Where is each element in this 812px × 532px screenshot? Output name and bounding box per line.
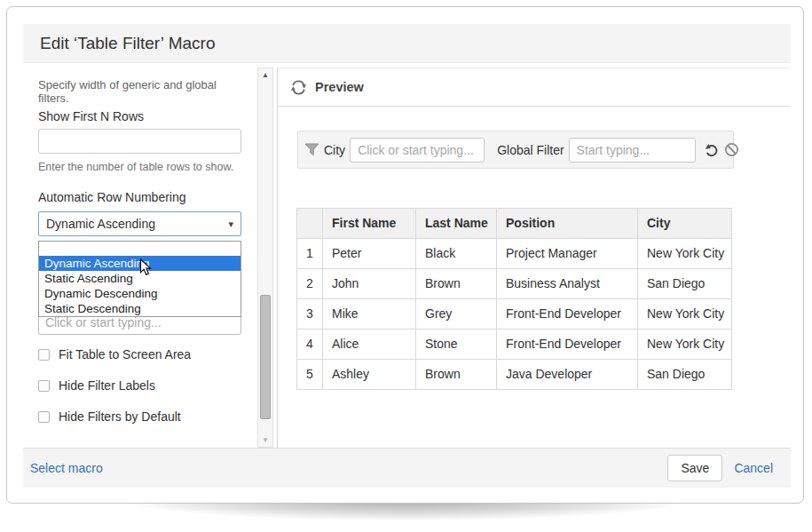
select-macro-link[interactable]: Select macro <box>30 461 103 475</box>
preview-header: Preview <box>278 68 791 107</box>
filter-funnel-icon <box>304 143 319 156</box>
global-filter-input[interactable] <box>569 138 696 163</box>
table-row: 2JohnBrownBusiness AnalystSan Diego <box>297 269 732 299</box>
table-row: 1PeterBlackProject ManagerNew York City <box>297 239 732 269</box>
global-filter-label: Global Filter <box>497 143 564 157</box>
preview-table: First NameLast NamePositionCity 1PeterBl… <box>296 208 732 390</box>
table-cell: Front-End Developer <box>497 299 638 330</box>
dialog-title: Edit ‘Table Filter’ Macro <box>40 34 215 53</box>
table-cell: San Diego <box>638 360 732 390</box>
table-cell: Ashley <box>323 360 416 390</box>
table-cell: Brown <box>416 360 497 390</box>
table-cell: Mike <box>323 299 416 330</box>
dropdown-option[interactable]: Static Descending <box>39 301 240 316</box>
table-cell: New York City <box>638 330 732 360</box>
dialog-body: Specify width of generic and global filt… <box>23 67 791 448</box>
table-header-cell[interactable] <box>297 209 323 239</box>
table-cell: Stone <box>416 330 497 360</box>
table-row: 3MikeGreyFront-End DeveloperNew York Cit… <box>297 299 732 330</box>
filter-width-help-text: Specify width of generic and global filt… <box>38 78 241 105</box>
preview-title: Preview <box>315 80 364 94</box>
edit-macro-dialog: Edit ‘Table Filter’ Macro Specify width … <box>23 24 791 488</box>
dialog-header: Edit ‘Table Filter’ Macro <box>23 24 791 63</box>
show-first-n-rows-help: Enter the number of table rows to show. <box>38 161 241 173</box>
checkbox-hide-filter-labels[interactable]: Hide Filter Labels <box>38 379 241 392</box>
row-number-cell: 2 <box>297 269 323 299</box>
show-first-n-rows-label: Show First N Rows <box>38 109 241 123</box>
table-header-cell[interactable]: Position <box>497 209 638 239</box>
table-cell: Project Manager <box>497 239 638 269</box>
scrollbar-thumb[interactable] <box>260 295 271 419</box>
row-numbering-label: Automatic Row Numbering <box>38 190 241 204</box>
preview-panel: Preview City Global Filter <box>277 67 791 448</box>
checkbox-icon[interactable] <box>38 349 50 361</box>
row-number-cell: 4 <box>297 330 323 360</box>
scroll-up-icon[interactable]: ▲ <box>258 71 272 79</box>
dialog-footer: Select macro Save Cancel <box>23 448 791 488</box>
dropdown-option[interactable] <box>39 242 240 256</box>
checkbox-label: Hide Filters by Default <box>59 409 181 424</box>
clear-filters-icon[interactable] <box>724 142 739 157</box>
show-first-n-rows-input[interactable] <box>38 129 241 154</box>
checkbox-icon[interactable] <box>38 380 50 392</box>
mouse-cursor-icon <box>139 258 153 281</box>
checkbox-fit-table-to-screen-area[interactable]: Fit Table to Screen Area <box>38 348 241 361</box>
row-number-cell: 1 <box>297 239 323 269</box>
dropdown-option[interactable]: Dynamic Descending <box>39 286 240 301</box>
table-header-cell[interactable]: Last Name <box>416 209 497 239</box>
row-number-cell: 3 <box>297 299 323 330</box>
row-numbering-select[interactable]: Dynamic Ascending ▾ <box>38 211 241 236</box>
table-row: 5AshleyBrownJava DeveloperSan Diego <box>297 360 732 390</box>
column-filter-label: City <box>324 143 345 157</box>
table-cell: Alice <box>323 330 416 360</box>
footer-actions: Save Cancel <box>667 455 773 481</box>
undo-icon[interactable] <box>705 143 720 157</box>
save-button[interactable]: Save <box>667 455 722 481</box>
checkbox-label: Hide Filter Labels <box>59 378 155 393</box>
table-cell: Java Developer <box>497 360 638 390</box>
screenshot-frame: Edit ‘Table Filter’ Macro Specify width … <box>6 6 804 504</box>
row-number-cell: 5 <box>297 360 323 390</box>
table-header-row: First NameLast NamePositionCity <box>297 209 732 239</box>
macro-settings-panel: Specify width of generic and global filt… <box>23 67 257 448</box>
checkbox-label: Fit Table to Screen Area <box>59 347 191 361</box>
table-cell: Business Analyst <box>497 269 638 299</box>
table-header-cell[interactable]: First Name <box>323 209 416 239</box>
checkbox-icon[interactable] <box>38 411 50 423</box>
table-cell: Grey <box>416 299 497 330</box>
cancel-link[interactable]: Cancel <box>734 461 773 475</box>
filter-bar: City Global Filter <box>297 131 734 169</box>
table-row: 4AliceStoneFront-End DeveloperNew York C… <box>297 330 732 360</box>
column-filter-input[interactable] <box>350 138 485 163</box>
row-numbering-selected-value: Dynamic Ascending <box>46 217 155 231</box>
table-cell: Brown <box>416 269 497 299</box>
table-cell: John <box>323 269 416 299</box>
table-cell: Black <box>416 239 497 269</box>
chevron-down-icon: ▾ <box>228 219 233 229</box>
sidebar-scrollbar[interactable]: ▲ ▼ <box>257 67 273 448</box>
table-cell: Peter <box>323 239 416 269</box>
table-cell: New York City <box>638 299 732 330</box>
table-cell: San Diego <box>638 269 732 299</box>
table-cell: Front-End Developer <box>497 330 638 360</box>
table-cell: New York City <box>638 239 732 269</box>
checkbox-hide-filters-by-default[interactable]: Hide Filters by Default <box>38 410 241 423</box>
refresh-icon[interactable] <box>290 79 307 96</box>
checkbox-group: Fit Table to Screen Area Hide Filter Lab… <box>38 348 241 441</box>
scroll-down-icon[interactable]: ▼ <box>258 436 272 444</box>
table-header-cell[interactable]: City <box>638 209 732 239</box>
